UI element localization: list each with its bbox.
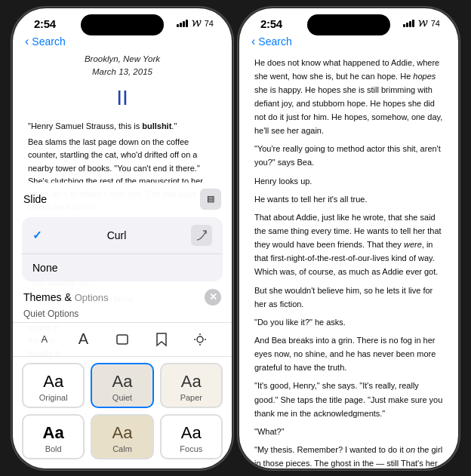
theme-calm[interactable]: Aa Calm bbox=[91, 414, 153, 459]
theme-original[interactable]: Aa Original bbox=[22, 363, 85, 408]
right-wifi-icon: 𝓦 bbox=[418, 18, 427, 29]
theme-quiet[interactable]: Aa Quiet bbox=[91, 363, 153, 408]
right-book-content: He does not know what happened to Addie,… bbox=[239, 53, 458, 468]
right-nav-bar: ‹ Search bbox=[239, 33, 458, 53]
book-para-1: "Henry Samuel Strauss, this is bullshit.… bbox=[28, 120, 217, 133]
bookmark-button[interactable] bbox=[149, 327, 174, 352]
right-para-4: He wants to tell her it's all true. bbox=[254, 192, 443, 206]
themes-grid: Aa Original Aa Quiet Aa Paper bbox=[13, 357, 232, 468]
svg-rect-0 bbox=[117, 335, 128, 344]
transition-curl[interactable]: ✓ Curl bbox=[22, 217, 223, 254]
right-dynamic-island bbox=[307, 14, 390, 35]
phones-container: 2:54 𝓦 74 ‹ bbox=[13, 8, 458, 468]
back-chevron-icon: ‹ bbox=[25, 35, 29, 48]
svg-point-1 bbox=[197, 336, 203, 342]
theme-quiet-aa: Aa bbox=[98, 372, 146, 392]
left-status-icons: 𝓦 74 bbox=[177, 18, 214, 29]
transition-icon: ▤ bbox=[200, 189, 221, 210]
slide-header: Slide bbox=[23, 193, 47, 205]
theme-focus-label: Focus bbox=[168, 444, 215, 453]
left-back-button[interactable]: ‹ Search bbox=[25, 35, 66, 48]
right-status-icons: 𝓦 74 bbox=[403, 18, 440, 29]
theme-focus[interactable]: Aa Focus bbox=[160, 414, 223, 459]
right-back-label: Search bbox=[258, 35, 291, 48]
battery-icon: 74 bbox=[205, 19, 214, 28]
wifi-icon: 𝓦 bbox=[192, 18, 201, 29]
transition-none[interactable]: None bbox=[22, 254, 223, 281]
book-location-line1: Brooklyn, New York bbox=[28, 53, 217, 66]
none-label: None bbox=[32, 262, 57, 274]
font-decrease-button[interactable]: A bbox=[32, 327, 57, 352]
quiet-options-label: Quiet Options bbox=[13, 309, 232, 322]
right-para-10: "What?" bbox=[254, 425, 443, 438]
right-status-time: 2:54 bbox=[260, 17, 282, 30]
reader-toolbar: A A bbox=[13, 322, 232, 357]
right-back-chevron-icon: ‹ bbox=[251, 35, 255, 48]
right-para-9: "It's good, Henry," she says. "It's real… bbox=[254, 379, 443, 419]
curl-label: Curl bbox=[107, 229, 127, 241]
close-button[interactable]: ✕ bbox=[205, 289, 221, 306]
right-para-1: He does not know what happened to Addie,… bbox=[254, 56, 443, 138]
right-signal-icon bbox=[403, 20, 414, 27]
overlay-panel: Slide ▤ ✓ Curl None bbox=[13, 183, 232, 468]
right-phone: 2:54 𝓦 74 ‹ bbox=[239, 8, 458, 468]
theme-bold[interactable]: Aa Bold bbox=[22, 414, 85, 459]
theme-bold-aa: Aa bbox=[29, 423, 77, 443]
theme-paper-aa: Aa bbox=[168, 372, 215, 392]
right-para-2: "You're really going to method actor thi… bbox=[254, 142, 443, 169]
themes-header: Themes & Options ✕ bbox=[13, 286, 232, 309]
right-para-5: That about Addie, just like he wrote, th… bbox=[254, 210, 443, 279]
book-header: Brooklyn, New York March 13, 2015 II bbox=[28, 53, 217, 115]
theme-paper-label: Paper bbox=[168, 393, 215, 402]
themes-label: Themes & Options bbox=[23, 291, 109, 303]
left-status-time: 2:54 bbox=[34, 17, 56, 30]
checkmark-icon: ✓ bbox=[32, 229, 42, 242]
right-para-3: Henry looks up. bbox=[254, 174, 443, 188]
right-back-button[interactable]: ‹ Search bbox=[251, 35, 292, 48]
right-para-8: And Bea breaks into a grin. There is no … bbox=[254, 333, 443, 374]
left-back-label: Search bbox=[32, 35, 65, 48]
right-para-7: "Do you like it?" he asks. bbox=[254, 315, 443, 329]
curl-icon bbox=[191, 225, 212, 246]
transition-options: ✓ Curl None bbox=[22, 217, 223, 281]
theme-bold-label: Bold bbox=[29, 444, 77, 453]
book-location-line2: March 13, 2015 bbox=[28, 66, 217, 78]
left-phone: 2:54 𝓦 74 ‹ bbox=[13, 8, 232, 468]
chapter-number: II bbox=[28, 81, 217, 114]
theme-focus-aa: Aa bbox=[168, 423, 215, 443]
font-increase-button[interactable]: A bbox=[71, 327, 95, 352]
theme-quiet-label: Quiet bbox=[98, 393, 146, 402]
left-nav-bar: ‹ Search bbox=[13, 33, 232, 53]
brightness-button[interactable] bbox=[188, 327, 212, 352]
theme-original-aa: Aa bbox=[29, 372, 77, 392]
signal-icon bbox=[177, 20, 188, 27]
dynamic-island bbox=[81, 14, 164, 35]
theme-calm-label: Calm bbox=[98, 444, 146, 453]
font-style-button[interactable] bbox=[110, 327, 134, 352]
theme-paper[interactable]: Aa Paper bbox=[160, 363, 223, 408]
theme-original-label: Original bbox=[29, 393, 77, 402]
theme-calm-aa: Aa bbox=[98, 423, 146, 443]
right-battery-icon: 74 bbox=[431, 19, 440, 28]
right-para-11: "My thesis. Remember? I wanted to do it … bbox=[254, 443, 443, 468]
right-para-6: But she wouldn't believe him, so he lets… bbox=[254, 284, 443, 311]
